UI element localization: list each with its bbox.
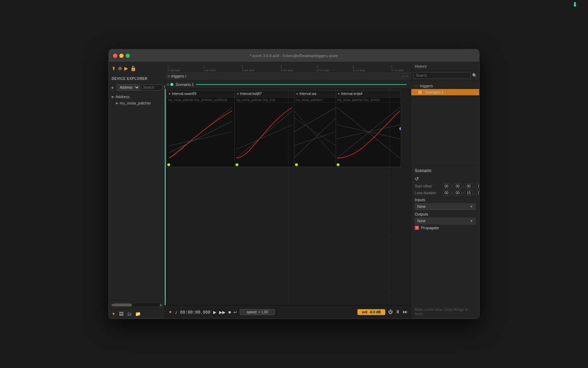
interval-wa-subtitle: my_ossia_patcher:/ bbox=[294, 97, 336, 103]
svg-line-2 bbox=[169, 132, 232, 146]
canvas-area[interactable]: ▼ Interval.swan89 my_ossia_patcher:/my_2… bbox=[165, 89, 411, 305]
device-tree: ▶ Address ▶ my_ossia_patcher bbox=[109, 92, 164, 300]
add-device-button[interactable]: + bbox=[111, 85, 114, 90]
propagate-remove-button[interactable]: ✕ bbox=[415, 226, 419, 230]
close-button[interactable] bbox=[113, 54, 117, 58]
play-tool-icon[interactable]: ▶ bbox=[124, 66, 128, 71]
start-offset-ms[interactable]: 000 bbox=[476, 184, 479, 189]
breadcrumb-menu-icon[interactable]: ≡ bbox=[168, 74, 170, 78]
sidebar-footer: ◀ ▶ bbox=[109, 300, 164, 309]
tree-child-patcher[interactable]: ▶ my_ossia_patcher bbox=[109, 100, 164, 106]
start-offset-s[interactable]: 00 bbox=[465, 184, 472, 189]
scenario-end-markers: -- -- bbox=[402, 74, 408, 78]
minimize-button[interactable] bbox=[119, 54, 124, 58]
history-child-scenario1[interactable]: Scenario.1 bbox=[411, 89, 479, 95]
history-search-icon[interactable]: 🔍 bbox=[472, 73, 477, 78]
ruler-mark-5: 0:12.500 bbox=[353, 65, 365, 72]
loop-duration-s[interactable]: 15 bbox=[465, 190, 472, 196]
loop-duration-ms[interactable]: 000 bbox=[476, 190, 479, 196]
loop-icon[interactable]: ↺ bbox=[415, 176, 419, 182]
titlebar: * score 3.0.0-a18 - /Users/jln/Desktop/t… bbox=[109, 49, 479, 62]
interval-wa-start-dot bbox=[295, 163, 298, 166]
forward-icon[interactable]: ⏭ bbox=[403, 309, 407, 315]
device-explorer-title: DEVICE EXPLORER bbox=[112, 77, 162, 81]
svg-line-4 bbox=[236, 125, 292, 149]
breadcrumb-bar: ≡ triggers / -- -- bbox=[165, 72, 411, 80]
scenario-bar[interactable]: ≡ Scenario.1 bbox=[165, 80, 411, 89]
folder-icon[interactable]: 🗂 bbox=[127, 311, 132, 316]
ruler-mark-0: 0:00.000 bbox=[168, 65, 180, 72]
maximize-button[interactable] bbox=[126, 54, 130, 58]
dash-icon-2: -- bbox=[406, 74, 408, 78]
file-icon[interactable]: 📁 bbox=[135, 311, 141, 316]
scenario-menu-icon[interactable]: ≡ bbox=[167, 82, 169, 87]
history-root-arrow: — bbox=[415, 84, 418, 88]
history-root-label: triggers bbox=[420, 84, 433, 88]
loop-sep1: : bbox=[450, 191, 454, 195]
add-tool-icon[interactable]: ⊕ bbox=[118, 66, 122, 71]
interval-bstj87[interactable]: ▼ Interval.bstj87 my_ossia_patcher:/my_2… bbox=[235, 90, 294, 167]
interval-erda4-subtitle: my_ossia_patcher:/my_2voice bbox=[336, 97, 401, 103]
loop-sep3: . bbox=[472, 191, 476, 195]
pause-icon[interactable]: ⏸ bbox=[396, 309, 400, 315]
music-transport-icon[interactable]: ♪ bbox=[175, 309, 177, 315]
speed-display[interactable]: speed: × 1.00 bbox=[240, 309, 275, 315]
address-select[interactable]: Address bbox=[117, 84, 140, 91]
tree-root-address[interactable]: ▶ Address bbox=[109, 94, 164, 100]
history-root-triggers[interactable]: — triggers bbox=[411, 83, 479, 89]
interval-swan89-title: Interval.swan89 bbox=[172, 92, 196, 96]
loop-duration-h[interactable]: 00 bbox=[443, 190, 450, 196]
loop-duration-m[interactable]: 00 bbox=[454, 190, 461, 196]
media-icon[interactable]: 🖼 bbox=[119, 311, 124, 316]
breadcrumb: triggers / bbox=[171, 74, 186, 78]
interval-swan89[interactable]: ▼ Interval.swan89 my_ossia_patcher:/my_2… bbox=[167, 90, 235, 167]
interval-bstj87-curve bbox=[235, 104, 294, 160]
inputs-dropdown[interactable]: None ▼ bbox=[415, 203, 476, 210]
scroll-right-icon[interactable]: ▶ bbox=[160, 303, 162, 307]
interval-erda4-end-dot bbox=[399, 127, 401, 130]
scenario-status-dot bbox=[170, 83, 173, 86]
start-offset-sep1: : bbox=[450, 184, 454, 189]
transport-bar: ✦ ♪ 00:00:00.000 ▶ ▶▶ ■ ↩ speed: × 1.00 … bbox=[165, 305, 411, 319]
start-offset-h[interactable]: 00 bbox=[443, 184, 450, 189]
history-search-input[interactable] bbox=[413, 72, 471, 79]
ruler-mark-1: 0:02.500 bbox=[204, 65, 216, 72]
outputs-dropdown[interactable]: None ▼ bbox=[415, 218, 476, 224]
start-offset-m[interactable]: 00 bbox=[454, 184, 461, 189]
window-title: * score 3.0.0-a18 - /Users/jln/Desktop/t… bbox=[250, 54, 338, 58]
interval-chevron-4: ▼ bbox=[337, 92, 341, 96]
interval-wa-curve bbox=[294, 104, 336, 160]
ruler-mark-3: 0:07.500 bbox=[281, 65, 293, 72]
scene-transport-icon[interactable]: ✦ bbox=[168, 309, 172, 315]
interval-wa[interactable]: ▼ Interval.wa my_ossia_patcher:/ bbox=[294, 90, 336, 167]
interval-bstj87-title: Interval.bstj87 bbox=[240, 92, 262, 96]
interval-bstj87-subtitle: my_ossia_patcher:/my_2voi bbox=[235, 97, 294, 103]
transport-play-button[interactable]: ▶ bbox=[213, 310, 216, 315]
inputs-value: None bbox=[417, 205, 470, 209]
scroll-left-icon[interactable]: ◀ bbox=[111, 303, 113, 307]
transport-play-fast-button[interactable]: ▶▶ bbox=[219, 310, 225, 315]
vol-display[interactable]: vol: -6.0 dB bbox=[357, 309, 385, 315]
interval-erda4-curve bbox=[336, 104, 401, 160]
tool-row: ⬆ ⊕ ▶ 🔒 bbox=[109, 62, 164, 75]
transport-return-button[interactable]: ↩ bbox=[233, 310, 237, 315]
power-icon[interactable]: ⏻ bbox=[388, 309, 393, 315]
inputs-section-label: Inputs bbox=[415, 198, 476, 202]
interval-erda4[interactable]: ▼ Interval.erda4 my_ossia_patcher:/my_2v… bbox=[336, 90, 401, 167]
loop-icon-container: ↺ bbox=[415, 176, 476, 182]
lock-tool-icon[interactable]: 🔒 bbox=[130, 66, 136, 71]
start-offset-row: Start offset 00 : 00 : 00 . 000 bbox=[415, 184, 476, 189]
search-input[interactable] bbox=[141, 84, 162, 90]
propagate-row: ✕ Propagate bbox=[415, 226, 476, 230]
ruler-mark-6: 0:15.000 bbox=[391, 65, 404, 72]
scene-icon[interactable]: ✦ bbox=[112, 311, 115, 316]
tree-child-label: my_ossia_patcher bbox=[120, 101, 151, 105]
interval-swan89-header: ▼ Interval.swan89 bbox=[167, 90, 234, 97]
loop-sep2: : bbox=[461, 191, 465, 195]
cursor-tool-icon[interactable]: ⬆ bbox=[112, 66, 116, 71]
start-offset-sep3: . bbox=[472, 184, 476, 189]
transport-stop-button[interactable]: ■ bbox=[228, 310, 231, 315]
scroll-track[interactable] bbox=[113, 304, 160, 306]
interval-wa-header: ▼ Interval.wa bbox=[294, 90, 336, 97]
device-explorer-header: DEVICE EXPLORER bbox=[109, 75, 164, 83]
